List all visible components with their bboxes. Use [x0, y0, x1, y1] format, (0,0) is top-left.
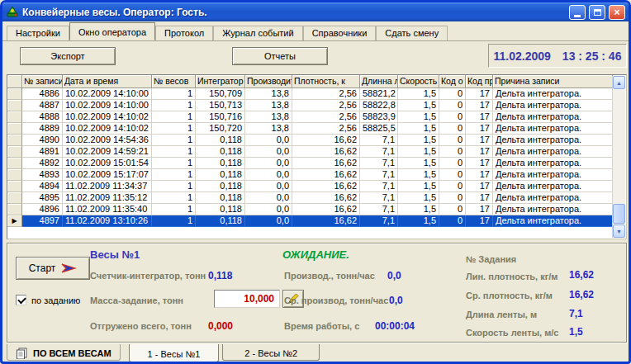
- datetime-display: 11.02.2009 13 : 25 : 46: [488, 44, 627, 68]
- cell: 10.02.2009 14:10:02: [63, 111, 152, 123]
- table-row[interactable]: 488810.02.2009 14:10:021150,71613,82,565…: [7, 111, 613, 123]
- avg-density-label: Ср. плотность, кг/м: [466, 291, 553, 300]
- row-selector[interactable]: [7, 158, 22, 169]
- reports-button[interactable]: Отчеты: [232, 47, 328, 65]
- col-header[interactable]: Дата и время: [63, 75, 152, 88]
- tab-spravochniki[interactable]: Справочники: [303, 26, 377, 40]
- table-row[interactable]: 488910.02.2009 14:10:021150,72013,82,565…: [7, 123, 613, 135]
- scroll-up-icon[interactable]: ▲: [613, 76, 625, 89]
- work-time-label: Время работы, с: [284, 321, 359, 331]
- maximize-button[interactable]: [589, 5, 605, 20]
- table-row[interactable]: ▶489711.02.2009 13:10:2610,1180,016,627,…: [7, 215, 613, 227]
- shipped-label: Отгружено всего, тонн: [90, 321, 192, 331]
- row-selector[interactable]: [7, 181, 22, 192]
- tab-nastroyki[interactable]: Настройки: [7, 26, 69, 40]
- scrollbar-thumb[interactable]: [613, 204, 625, 224]
- row-selector[interactable]: [7, 123, 22, 135]
- cell: 11.02.2009 13:10:26: [63, 215, 152, 227]
- cell: 16,62: [292, 181, 360, 192]
- cell: 10.02.2009 14:54:36: [63, 135, 152, 146]
- checkbox-checked-icon[interactable]: [16, 295, 26, 305]
- cell: 4892: [22, 158, 63, 169]
- row-selector[interactable]: [7, 135, 22, 146]
- col-header[interactable]: Скорость: [398, 75, 439, 88]
- start-button-label: Старт: [29, 262, 56, 274]
- col-header[interactable]: Длинна л: [360, 75, 398, 88]
- cell: Дельта интегратора.: [493, 169, 613, 181]
- table-row[interactable]: 488610.02.2009 14:10:001150,70913,82,565…: [7, 88, 613, 100]
- row-indicator-icon[interactable]: ▶: [7, 215, 22, 227]
- cell: 2,56: [292, 123, 360, 135]
- col-header[interactable]: № записи: [22, 75, 63, 88]
- tab-scale-2[interactable]: 2 - Весы №2: [222, 344, 320, 361]
- cell: 4891: [22, 146, 63, 158]
- mass-task-input[interactable]: [214, 290, 280, 308]
- mass-task-label: Масса-задание, тонн: [90, 295, 183, 305]
- cell: 58821,2: [360, 88, 398, 100]
- by-task-label: по заданию: [31, 295, 80, 305]
- cell: 150,716: [196, 111, 245, 123]
- by-task-checkbox[interactable]: по заданию: [16, 295, 80, 305]
- vertical-scrollbar[interactable]: ▲ ▼: [612, 76, 625, 238]
- table-row[interactable]: 488710.02.2009 14:10:001150,71313,82,565…: [7, 100, 613, 111]
- cell: 10.02.2009 14:10:02: [63, 123, 152, 135]
- tab-zhurnal-sobytiy[interactable]: Журнал событий: [213, 26, 302, 40]
- cell: 0: [439, 192, 466, 204]
- lin-density-label: Лин. плотность, кг/м: [466, 272, 557, 281]
- row-selector[interactable]: [7, 146, 22, 158]
- row-selector[interactable]: [7, 88, 22, 100]
- cell: Дельта интегратора.: [493, 146, 613, 158]
- table-row[interactable]: 489110.02.2009 14:59:2110,1180,016,627,1…: [7, 146, 613, 158]
- col-header[interactable]: № весов: [152, 75, 196, 88]
- col-header[interactable]: Код пр: [466, 75, 493, 88]
- scroll-down-icon[interactable]: ▼: [613, 225, 625, 238]
- minimize-button[interactable]: [569, 5, 586, 20]
- cell: Дельта интегратора.: [493, 135, 613, 146]
- row-selector[interactable]: [7, 100, 22, 111]
- tab-all-scales[interactable]: ПО ВСЕМ ВЕСАМ: [7, 344, 121, 361]
- export-button[interactable]: Экспорт: [20, 47, 116, 65]
- cell: 17: [466, 111, 493, 123]
- table-row[interactable]: 489010.02.2009 14:54:3610,1180,016,627,1…: [7, 135, 613, 146]
- col-header[interactable]: Плотность, к: [292, 75, 360, 88]
- cell: 16,62: [292, 204, 360, 215]
- table-row[interactable]: 489210.02.2009 15:01:5410,1180,016,627,1…: [7, 158, 613, 169]
- start-button[interactable]: Старт: [16, 257, 90, 280]
- tab-okno-operatora[interactable]: Окно оператора: [69, 22, 155, 40]
- cell: 1,5: [398, 123, 439, 135]
- col-header[interactable]: Код о: [439, 75, 466, 88]
- col-header[interactable]: Производите: [245, 75, 292, 88]
- cell: 1: [152, 204, 196, 215]
- tab-sdat-smenu[interactable]: Сдать смену: [376, 26, 448, 40]
- table-row[interactable]: 489411.02.2009 11:34:3710,1180,016,627,1…: [7, 181, 613, 192]
- cell: 11.02.2009 11:35:40: [63, 204, 152, 215]
- col-header[interactable]: Интегратор: [196, 75, 245, 88]
- cell: Дельта интегратора.: [493, 181, 613, 192]
- row-selector[interactable]: [7, 204, 22, 215]
- cell: 17: [466, 100, 493, 111]
- row-selector[interactable]: [7, 192, 22, 204]
- avg-prod-value: 0,0: [389, 295, 403, 306]
- title-bar[interactable]: Конвейерные весы. Оператор: Гость. ×: [2, 2, 629, 21]
- cell: Дельта интегратора.: [493, 123, 613, 135]
- cell: 17: [466, 146, 493, 158]
- cell: 7,1: [360, 146, 398, 158]
- table-row[interactable]: 489511.02.2009 11:35:1210,1180,016,627,1…: [7, 192, 613, 204]
- tab-protokol[interactable]: Протокол: [155, 26, 213, 40]
- cell: 2,56: [292, 100, 360, 111]
- cell: 0,0: [245, 169, 292, 181]
- window-title: Конвейерные весы. Оператор: Гость.: [22, 7, 566, 18]
- cell: 17: [466, 215, 493, 227]
- grid-header-selector: [7, 75, 22, 88]
- col-header[interactable]: Причина записи: [493, 75, 613, 88]
- cell: 13,8: [245, 100, 292, 111]
- row-selector[interactable]: [7, 111, 22, 123]
- tab-scale-1[interactable]: 1 - Весы №1: [129, 344, 220, 362]
- cell: 0,0: [245, 192, 292, 204]
- table-row[interactable]: 489310.02.2009 15:17:0710,1180,016,627,1…: [7, 169, 613, 181]
- row-selector[interactable]: [7, 169, 22, 181]
- close-button[interactable]: ×: [609, 5, 625, 20]
- cell: 0,0: [245, 135, 292, 146]
- cell: 1: [152, 158, 196, 169]
- table-row[interactable]: 489611.02.2009 11:35:4010,1180,016,627,1…: [7, 204, 613, 215]
